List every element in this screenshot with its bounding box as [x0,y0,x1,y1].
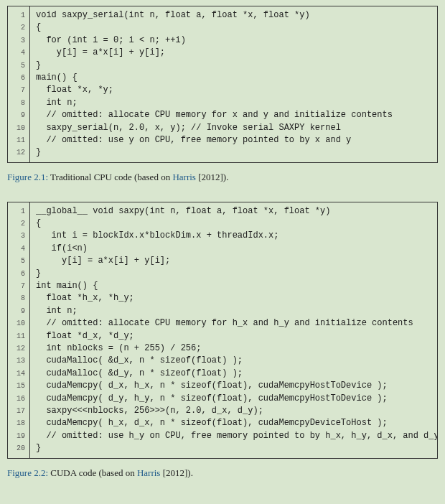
figure-caption-1: Figure 2.1: Traditional CPU code (based … [7,172,438,183]
figure-caption-2: Figure 2.2: CUDA code (based on Harris [… [7,467,438,479]
caption-text: [2012]). [160,467,193,478]
code-body: void saxpy_serial(int n, float a, float … [30,6,437,162]
caption-text: Traditional CPU code (based on [48,172,172,182]
code-body: __global__ void saxpy(int n, float a, fl… [30,202,437,458]
code-listing-1: 123456789101112 void saxpy_serial(int n,… [7,6,438,163]
line-gutter: 123456789101112 [8,6,30,162]
figure-label: Figure 2.2: [7,467,48,478]
caption-text: CUDA code (based on [48,467,137,478]
citation-link[interactable]: Harris [172,172,196,182]
figure-label: Figure 2.1: [7,172,48,182]
line-gutter: 1234567891011121314151617181920 [8,202,30,458]
caption-text: [2012]). [196,172,229,182]
code-listing-2: 1234567891011121314151617181920 __global… [7,202,438,459]
citation-link[interactable]: Harris [137,467,161,478]
